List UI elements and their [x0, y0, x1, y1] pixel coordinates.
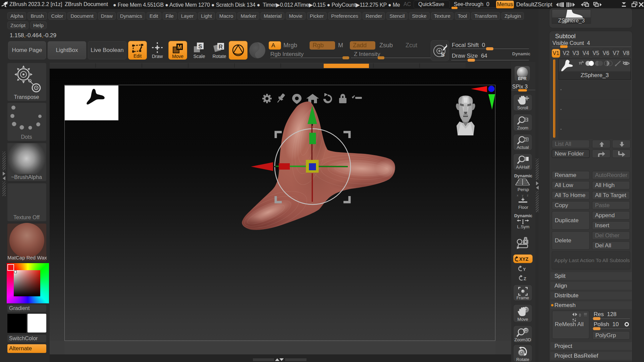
svg-text:Y: Y — [523, 267, 526, 272]
svg-text:S: S — [441, 52, 444, 58]
svg-text:S: S — [198, 43, 202, 50]
svg-text:Z: Z — [524, 276, 526, 281]
svg-text:x1: x1 — [525, 138, 529, 141]
svg-text:R: R — [219, 44, 223, 50]
svg-text:XYZ: XYZ — [519, 256, 529, 262]
svg-text:M: M — [177, 44, 182, 50]
